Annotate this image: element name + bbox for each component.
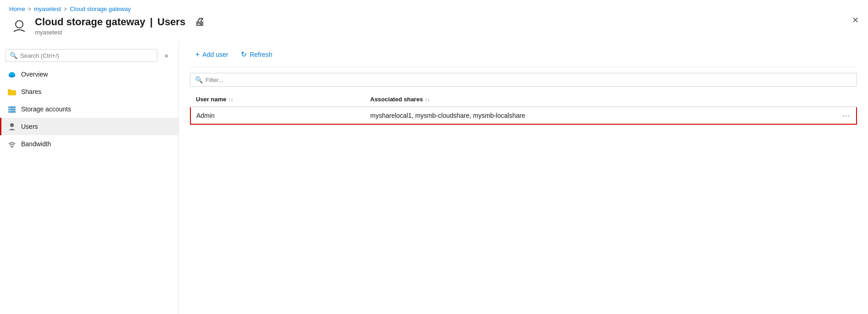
title-separator: | bbox=[150, 16, 153, 28]
sidebar-label-shares: Shares bbox=[21, 88, 41, 95]
breadcrumb-sep-2: > bbox=[64, 6, 67, 12]
table-header: User name ↑↓ Associated shares ↑↓ bbox=[190, 92, 857, 107]
header-text-block: Cloud storage gateway | Users 🖨 myasetes… bbox=[35, 16, 205, 36]
cell-username: Admin bbox=[190, 107, 365, 124]
filter-box[interactable]: 🔍 bbox=[190, 73, 857, 87]
resource-name: Cloud storage gateway bbox=[35, 16, 145, 28]
add-user-label: Add user bbox=[202, 51, 228, 58]
table-body: Admin mysharelocal1, mysmb-cloudshare, m… bbox=[190, 107, 857, 124]
sort-icon-username: ↑↓ bbox=[228, 97, 233, 102]
section-name: Users bbox=[157, 16, 185, 28]
sidebar-item-storage-accounts[interactable]: Storage accounts bbox=[0, 100, 178, 118]
filter-search-icon: 🔍 bbox=[195, 76, 203, 83]
svg-point-0 bbox=[16, 21, 23, 28]
col-label-username: User name bbox=[196, 96, 226, 103]
refresh-button[interactable]: ↻ Refresh bbox=[235, 47, 278, 61]
wifi-icon bbox=[7, 139, 17, 149]
filter-input[interactable] bbox=[206, 77, 852, 83]
sidebar-label-users: Users bbox=[21, 123, 38, 130]
refresh-label: Refresh bbox=[250, 51, 272, 58]
col-header-actions bbox=[829, 92, 857, 107]
cell-associated-shares: mysharelocal1, mysmb-cloudshare, mysmb-l… bbox=[365, 107, 829, 124]
breadcrumb-sep-1: > bbox=[28, 6, 31, 12]
svg-rect-9 bbox=[9, 107, 11, 108]
svg-rect-10 bbox=[9, 110, 11, 110]
search-box[interactable]: 🔍 bbox=[6, 49, 157, 62]
sidebar-item-bandwidth[interactable]: Bandwidth bbox=[0, 135, 178, 153]
table-row: Admin mysharelocal1, mysmb-cloudshare, m… bbox=[190, 107, 857, 124]
row-actions-button[interactable]: ··· bbox=[829, 107, 857, 124]
search-container: 🔍 « bbox=[0, 45, 178, 66]
content-area: + Add user ↻ Refresh 🔍 User name bbox=[179, 42, 868, 314]
sidebar-item-overview[interactable]: Overview bbox=[0, 66, 178, 83]
resource-icon bbox=[9, 16, 29, 36]
svg-point-13 bbox=[11, 147, 12, 148]
toolbar: + Add user ↻ Refresh bbox=[190, 42, 857, 67]
close-button[interactable]: ✕ bbox=[852, 16, 859, 24]
svg-point-4 bbox=[10, 72, 14, 76]
refresh-icon: ↻ bbox=[241, 50, 247, 59]
filter-container: 🔍 bbox=[190, 73, 857, 87]
col-header-username[interactable]: User name ↑↓ bbox=[190, 92, 365, 107]
sidebar-label-storage-accounts: Storage accounts bbox=[21, 105, 71, 113]
search-icon: 🔍 bbox=[10, 52, 17, 59]
search-input[interactable] bbox=[20, 52, 153, 59]
sidebar-label-bandwidth: Bandwidth bbox=[21, 140, 51, 148]
breadcrumb: Home > myasetest > Cloud storage gateway bbox=[0, 0, 868, 16]
sidebar-label-overview: Overview bbox=[21, 71, 48, 78]
users-table: User name ↑↓ Associated shares ↑↓ bbox=[190, 92, 857, 125]
sort-icon-shares: ↑↓ bbox=[425, 97, 430, 102]
folder-icon bbox=[7, 87, 17, 96]
person-icon bbox=[7, 122, 17, 131]
storage-icon bbox=[7, 105, 17, 114]
collapse-sidebar-button[interactable]: « bbox=[160, 49, 173, 62]
col-label-shares: Associated shares bbox=[370, 96, 423, 103]
sidebar-item-users[interactable]: Users bbox=[0, 118, 178, 135]
resource-subtitle: myasetest bbox=[35, 29, 205, 36]
sidebar-item-shares[interactable]: Shares bbox=[0, 83, 178, 100]
sort-shares[interactable]: Associated shares ↑↓ bbox=[370, 96, 430, 103]
svg-rect-11 bbox=[9, 112, 11, 112]
breadcrumb-cloud-storage-gateway[interactable]: Cloud storage gateway bbox=[70, 6, 131, 12]
main-layout: 🔍 « Overview bbox=[0, 42, 868, 314]
add-user-button[interactable]: + Add user bbox=[190, 48, 234, 61]
svg-point-12 bbox=[10, 123, 14, 127]
add-icon: + bbox=[195, 50, 200, 59]
print-icon[interactable]: 🖨 bbox=[195, 16, 205, 28]
page-title: Cloud storage gateway | Users 🖨 bbox=[35, 16, 205, 28]
cloud-icon bbox=[7, 70, 17, 79]
breadcrumb-home[interactable]: Home bbox=[9, 6, 25, 12]
svg-rect-5 bbox=[8, 90, 16, 95]
breadcrumb-myasetest[interactable]: myasetest bbox=[34, 6, 61, 12]
col-header-associated-shares[interactable]: Associated shares ↑↓ bbox=[365, 92, 829, 107]
header: Cloud storage gateway | Users 🖨 myasetes… bbox=[0, 16, 868, 42]
sort-username[interactable]: User name ↑↓ bbox=[196, 96, 233, 103]
sidebar: 🔍 « Overview bbox=[0, 42, 179, 314]
